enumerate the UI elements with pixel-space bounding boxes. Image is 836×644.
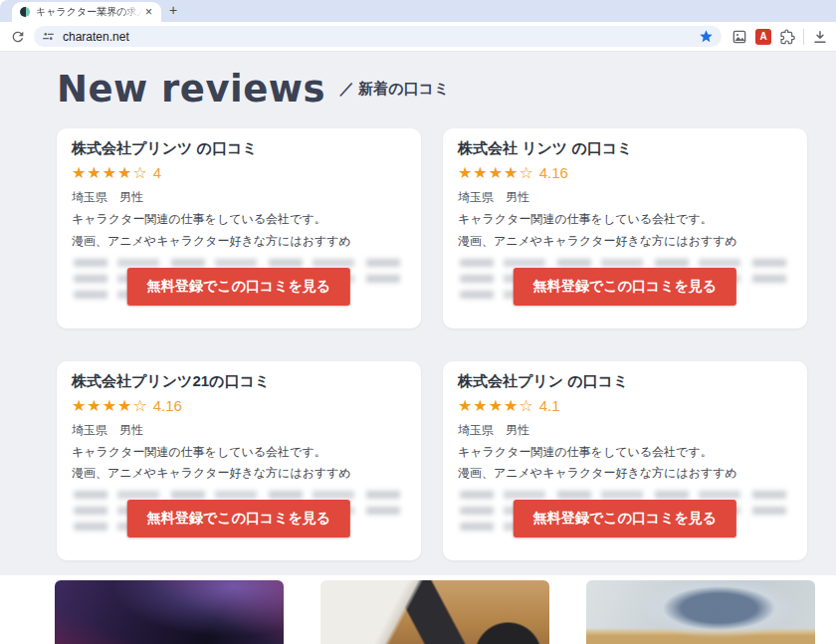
browser-tab[interactable]: キャラクター業界の求人・転職な × xyxy=(12,2,161,22)
review-text-line: 漫画、アニメやキャラクター好きな方にはおすすめ xyxy=(72,465,406,482)
rating-value: 4 xyxy=(153,164,161,181)
address-bar[interactable]: charaten.net xyxy=(34,26,722,47)
reviewer-meta: 埼玉県 男性 xyxy=(458,189,792,206)
reviewer-meta: 埼玉県 男性 xyxy=(72,422,406,439)
star-rating-icons: ★★★★☆ xyxy=(458,396,534,415)
company-name: 株式会社 リンツ の口コミ xyxy=(458,139,792,158)
review-text-line: キャラクター関連の仕事をしている会社です。 xyxy=(72,211,406,228)
blurred-review-text: 無料登録でこの口コミを見る xyxy=(458,491,792,546)
review-text-line: キャラクター関連の仕事をしている会社です。 xyxy=(72,444,406,461)
pdf-extension-icon[interactable]: A xyxy=(755,29,771,45)
tab-close-icon[interactable]: × xyxy=(142,5,155,19)
review-text-line: 漫画、アニメやキャラクター好きな方にはおすすめ xyxy=(72,233,406,250)
reload-icon[interactable] xyxy=(10,29,26,45)
tab-strip: キャラクター業界の求人・転職な × + xyxy=(0,0,836,22)
review-card-grid: 株式会社プリンツ の口コミ ★★★★☆ 4 埼玉県 男性 キャラクター関連の仕事… xyxy=(57,128,807,560)
extensions-puzzle-icon[interactable] xyxy=(779,29,795,45)
toolbar-actions: A xyxy=(732,29,828,45)
star-rating-icons: ★★★★☆ xyxy=(72,396,148,415)
company-name: 株式会社プリン の口コミ xyxy=(458,372,792,391)
reviewer-meta: 埼玉県 男性 xyxy=(458,422,792,439)
blurred-review-text: 無料登録でこの口コミを見る xyxy=(72,491,406,546)
browser-toolbar: charaten.net A xyxy=(0,22,836,52)
company-name: 株式会社プリンツ21の口コミ xyxy=(72,372,406,391)
photo-laptop-desk[interactable] xyxy=(320,580,549,644)
reviews-section: New reviews ／ 新着の口コミ 株式会社プリンツ の口コミ ★★★★☆… xyxy=(0,52,836,575)
toolbar-divider xyxy=(803,29,804,45)
rating-row: ★★★★☆ 4.16 xyxy=(72,396,406,415)
new-tab-button[interactable]: + xyxy=(165,3,181,19)
view-review-button[interactable]: 無料登録でこの口コミを見る xyxy=(127,500,350,537)
blurred-text-line xyxy=(74,491,404,499)
reviewer-meta: 埼玉県 男性 xyxy=(72,189,406,206)
blurred-review-text: 無料登録でこの口コミを見る xyxy=(458,259,792,315)
review-card: 株式会社プリンツ21の口コミ ★★★★☆ 4.16 埼玉県 男性 キャラクター関… xyxy=(57,361,421,561)
page-subtitle: ／ 新着の口コミ xyxy=(339,80,449,99)
photo-woodworking[interactable] xyxy=(586,580,815,644)
view-review-button[interactable]: 無料登録でこの口コミを見る xyxy=(514,500,736,537)
site-favicon-icon xyxy=(20,7,30,17)
blurred-review-text: 無料登録でこの口コミを見る xyxy=(72,259,406,315)
blurred-text-line xyxy=(460,259,790,267)
download-icon[interactable] xyxy=(812,29,828,45)
review-text-line: キャラクター関連の仕事をしている会社です。 xyxy=(458,211,792,228)
rating-value: 4.1 xyxy=(539,397,560,414)
page-title: New reviews xyxy=(57,68,325,110)
rating-row: ★★★★☆ 4 xyxy=(72,163,406,182)
photo-audio-equipment[interactable] xyxy=(55,580,284,644)
tab-title: キャラクター業界の求人・転職な xyxy=(36,5,142,19)
review-card: 株式会社プリン の口コミ ★★★★☆ 4.1 埼玉県 男性 キャラクター関連の仕… xyxy=(443,361,807,561)
photo-row xyxy=(0,580,836,644)
site-info-icon[interactable] xyxy=(42,30,55,43)
view-review-button[interactable]: 無料登録でこの口コミを見る xyxy=(127,268,350,306)
review-card: 株式会社プリンツ の口コミ ★★★★☆ 4 埼玉県 男性 キャラクター関連の仕事… xyxy=(57,128,421,328)
blurred-text-line xyxy=(460,491,790,499)
star-rating-icons: ★★★★☆ xyxy=(458,163,534,182)
review-card: 株式会社 リンツ の口コミ ★★★★☆ 4.16 埼玉県 男性 キャラクター関連… xyxy=(443,128,807,328)
image-icon[interactable] xyxy=(732,29,747,45)
review-text-line: キャラクター関連の仕事をしている会社です。 xyxy=(458,444,792,461)
rating-value: 4.16 xyxy=(153,397,182,414)
review-text-line: 漫画、アニメやキャラクター好きな方にはおすすめ xyxy=(458,465,792,482)
rating-row: ★★★★☆ 4.16 xyxy=(458,163,792,182)
section-header: New reviews ／ 新着の口コミ xyxy=(57,68,807,110)
company-name: 株式会社プリンツ の口コミ xyxy=(72,139,406,158)
rating-row: ★★★★☆ 4.1 xyxy=(458,396,792,415)
url-text[interactable]: charaten.net xyxy=(63,30,699,44)
rating-value: 4.16 xyxy=(539,164,568,181)
blurred-text-line xyxy=(74,259,404,267)
view-review-button[interactable]: 無料登録でこの口コミを見る xyxy=(514,268,736,306)
review-text-line: 漫画、アニメやキャラクター好きな方にはおすすめ xyxy=(458,233,792,250)
bookmark-star-icon[interactable] xyxy=(699,29,714,44)
star-rating-icons: ★★★★☆ xyxy=(72,163,148,182)
